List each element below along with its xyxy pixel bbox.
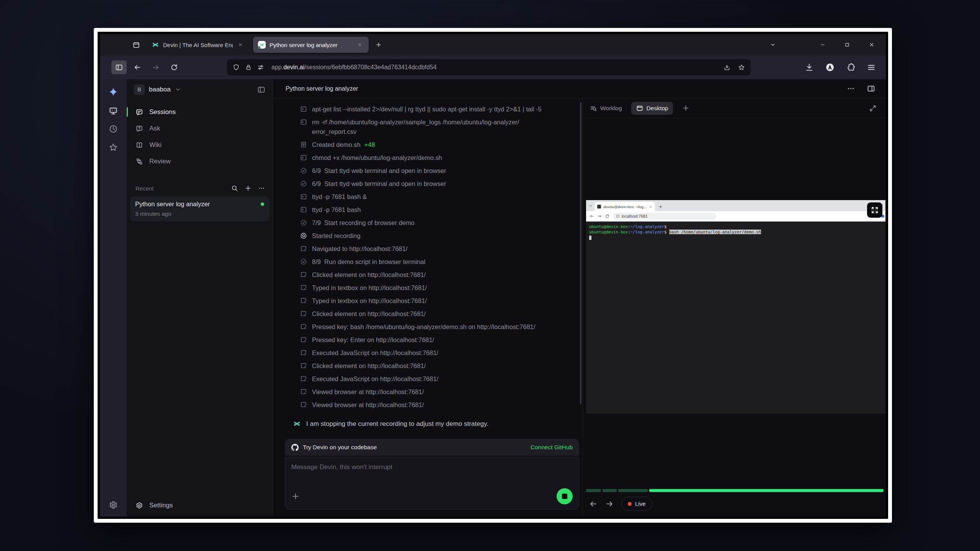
plan-icon [300, 219, 307, 226]
connect-github-link[interactable]: Connect GitHub [531, 444, 573, 451]
more-icon[interactable] [258, 185, 265, 192]
tab-desktop[interactable]: Desktop [631, 102, 673, 115]
sidebar-item-settings[interactable]: Settings [127, 494, 273, 517]
lock-icon[interactable] [245, 64, 252, 71]
recent-session-item[interactable]: Python server log analyzer 3 minutes ago [130, 196, 270, 222]
live-button[interactable]: Live [621, 497, 652, 511]
machines-icon[interactable] [109, 106, 118, 115]
devin-favicon [152, 41, 159, 49]
recording-dot [628, 502, 632, 506]
gear-icon [136, 502, 143, 509]
save-page-icon[interactable] [723, 64, 731, 71]
timeline-segment[interactable] [618, 489, 648, 492]
reload-icon[interactable] [167, 60, 182, 74]
back-icon [590, 214, 594, 218]
terminal-line: ubuntu@devin-box:~/log-analyzer$ [589, 224, 882, 229]
panel-right-icon[interactable] [867, 85, 875, 93]
back-icon[interactable] [130, 60, 145, 74]
sidebar-item-sessions[interactable]: Sessions [127, 104, 273, 120]
log-item: ttyd -p 7681 bash & [300, 192, 573, 202]
browser-icon [300, 271, 307, 278]
log-text: apt-get list --installed 2>/dev/null | r… [312, 104, 542, 114]
desktop-preview[interactable]: ubuntu@devin-box: ~/log… [586, 200, 885, 414]
maximize-icon[interactable] [843, 41, 851, 49]
browser-icon [300, 401, 307, 408]
shield-icon[interactable] [232, 64, 240, 71]
right-panel-tabs: Worklog Desktop [583, 98, 886, 118]
settings-gear-icon[interactable] [109, 500, 118, 510]
fullscreen-icon[interactable] [867, 202, 882, 218]
preview-tab-strip: ubuntu@devin-box: ~/log… [586, 200, 885, 211]
workspace-switcher[interactable]: B baaboa [127, 79, 273, 100]
search-icon[interactable] [231, 185, 238, 192]
preview-browser-tab: ubuntu@devin-box: ~/log… [595, 202, 655, 211]
menu-icon[interactable] [867, 63, 876, 72]
forward-icon[interactable] [148, 60, 163, 74]
firefox-view-icon[interactable] [130, 38, 143, 51]
tab-devin-home[interactable]: Devin | The AI Software Engine [147, 37, 249, 53]
log-item: Viewed browser at http://localhost:7681/ [300, 387, 573, 397]
sidebar-item-label: Sessions [149, 108, 176, 116]
new-tab-icon[interactable] [372, 39, 385, 51]
step-forward-icon[interactable] [605, 500, 614, 508]
sidebar-toggle-icon[interactable] [111, 60, 127, 74]
extensions-icon[interactable] [846, 63, 855, 72]
collapse-sidebar-icon[interactable] [257, 86, 265, 94]
plan-icon [300, 180, 307, 187]
input-placeholder: Message Devin, this won't interrupt [291, 463, 573, 471]
url-bar[interactable]: app.devin.ai/sessions/6ebfbb68708c43e4ad… [227, 59, 751, 75]
tab-worklog[interactable]: Worklog [590, 105, 622, 112]
add-panel-tab-icon[interactable] [682, 104, 689, 112]
tab-close-icon[interactable] [237, 41, 244, 49]
minimize-icon[interactable] [818, 41, 827, 49]
workspace-avatar: B [134, 84, 145, 95]
devin-app: B baaboa Sessions Ask [100, 79, 886, 517]
history-clock-icon[interactable] [109, 124, 118, 134]
sidebar: B baaboa Sessions Ask [127, 79, 273, 517]
tab-list-icon[interactable] [769, 41, 777, 49]
devin-favicon [258, 41, 266, 49]
attach-plus-icon[interactable] [291, 492, 300, 500]
terminal-icon [300, 193, 307, 200]
stop-send-button[interactable] [557, 488, 573, 504]
browser-icon [300, 388, 307, 395]
close-window-icon[interactable] [867, 41, 876, 49]
sidebar-nav: Sessions Ask Wiki Review [127, 104, 273, 170]
browser-icon [300, 245, 307, 252]
sidebar-item-ask[interactable]: Ask [127, 120, 273, 137]
log-item: Clicked element on http://localhost:7681… [300, 361, 573, 371]
log-item: Viewed browser at http://localhost:7681/ [300, 400, 573, 410]
tab-session[interactable]: Python server log analyzer [253, 37, 369, 53]
step-back-icon[interactable] [589, 500, 598, 508]
log-item: ttyd -p 7681 bash [300, 205, 573, 215]
message-text: I am stopping the current recording to a… [306, 419, 488, 429]
action-log: apt-get list --installed 2>/dev/null | r… [300, 104, 583, 410]
browser-chrome: Devin | The AI Software Engine Python se… [100, 34, 886, 517]
sidebar-item-review[interactable]: Review [127, 153, 273, 170]
plan-icon [300, 167, 307, 174]
log-item: chmod +x /home/ubuntu/log-analyzer/demo.… [300, 153, 573, 163]
session-more-icon[interactable] [847, 85, 855, 93]
downloads-icon[interactable] [805, 63, 814, 72]
timeline-segment[interactable] [603, 489, 617, 492]
timeline-segment-current[interactable] [649, 489, 884, 492]
new-session-icon[interactable] [245, 185, 252, 192]
log-text: Pressed key: bash /home/ubuntu/log-analy… [312, 322, 535, 332]
browser-icon [300, 323, 307, 330]
expand-panel-icon[interactable] [869, 104, 877, 112]
permissions-icon[interactable] [257, 64, 265, 71]
timeline-scrubber[interactable] [586, 489, 884, 492]
bookmark-star-icon[interactable] [738, 64, 745, 71]
sparkle-icon[interactable] [108, 87, 118, 97]
account-icon[interactable] [825, 63, 835, 72]
terminal-icon [300, 106, 307, 112]
scrollbar-thumb[interactable] [580, 102, 581, 404]
sidebar-item-wiki[interactable]: Wiki [127, 137, 273, 153]
favorites-star-icon[interactable] [109, 143, 118, 152]
log-item: 7/9 Start recording of browser demo [300, 218, 573, 228]
timeline-segment[interactable] [586, 489, 601, 492]
status-dot [257, 46, 260, 49]
tab-close-icon[interactable] [356, 41, 364, 49]
reload-icon [605, 214, 609, 218]
message-input[interactable]: Message Devin, this won't interrupt [285, 457, 579, 510]
